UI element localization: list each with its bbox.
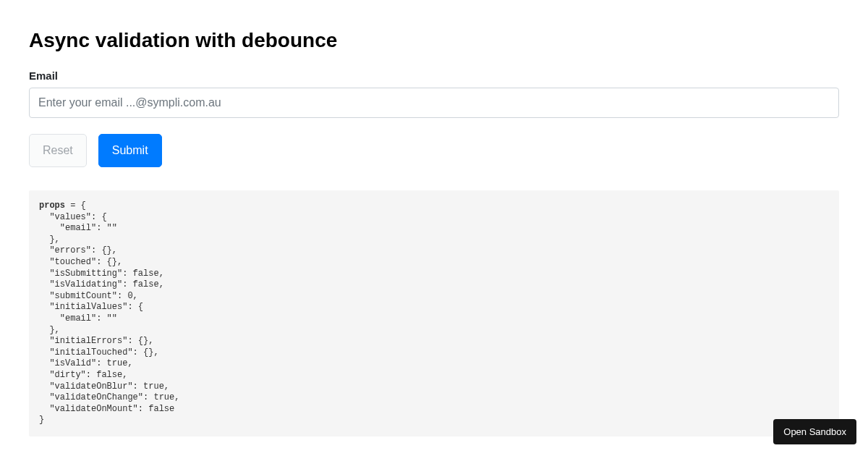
submit-button[interactable]: Submit (98, 134, 162, 167)
email-field[interactable] (29, 88, 839, 118)
reset-button[interactable]: Reset (29, 134, 87, 167)
email-label: Email (29, 69, 839, 82)
page-title: Async validation with debounce (29, 29, 839, 52)
props-output: props = { "values": { "email": "" }, "er… (29, 190, 839, 436)
code-prefix: props (39, 200, 65, 211)
code-body: = { "values": { "email": "" }, "errors":… (39, 200, 179, 425)
open-sandbox-button[interactable]: Open Sandbox (773, 419, 856, 444)
button-row: Reset Submit (29, 134, 839, 167)
main-container: Async validation with debounce Email Res… (0, 0, 868, 456)
